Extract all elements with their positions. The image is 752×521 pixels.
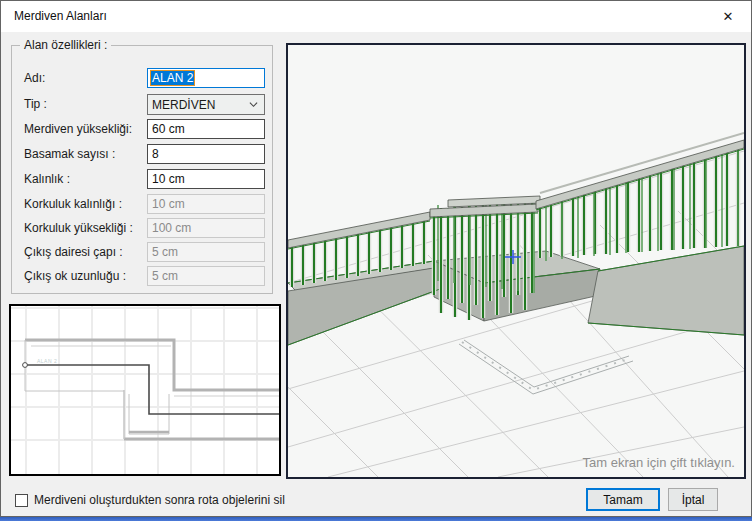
3d-preview-canvas <box>288 45 744 477</box>
step-count-input[interactable] <box>147 144 265 164</box>
exit-circle-label: Çıkış dairesi çapı : <box>24 242 123 262</box>
name-label: Adı: <box>24 68 45 88</box>
delete-route-checkbox-label: Merdiveni oluşturdukten sonra rota objel… <box>34 493 285 508</box>
type-label: Tip : <box>24 94 47 114</box>
exit-arrow-input <box>147 266 265 286</box>
thickness-label: Kalınlık : <box>24 169 70 189</box>
dialog-title: Merdiven Alanları <box>14 1 107 32</box>
background-window-edge <box>0 517 752 521</box>
ok-button[interactable]: Tamam <box>586 488 660 511</box>
step-count-label: Basamak sayısı : <box>24 144 115 164</box>
group-title: Alan özellikleri : <box>20 38 111 52</box>
chevron-down-icon <box>249 100 258 109</box>
name-input[interactable]: ALAN 2 <box>147 68 265 88</box>
plan-start-label: ALAN 2 <box>37 358 57 364</box>
close-button[interactable]: ✕ <box>705 1 751 32</box>
plan-preview-canvas <box>11 306 279 474</box>
ok-button-label: Tamam <box>603 493 642 507</box>
selected-text: ALAN 2 <box>151 71 194 85</box>
exit-circle-input <box>147 242 265 262</box>
3d-preview-panel[interactable]: Tam ekran için çift tıklayın. <box>286 43 746 479</box>
delete-route-checkbox[interactable] <box>15 494 28 507</box>
stair-height-label: Merdiven yüksekliği: <box>24 119 132 139</box>
thickness-input[interactable] <box>147 169 265 189</box>
cancel-button[interactable]: İptal <box>668 488 718 511</box>
stair-areas-dialog: Merdiven Alanları ✕ Alan özellikleri : A… <box>0 0 752 517</box>
railing-height-input <box>147 218 265 238</box>
cancel-button-label: İptal <box>682 493 705 507</box>
railing-thickness-input <box>147 194 265 214</box>
plan-preview-panel: ALAN 2 <box>9 304 281 476</box>
railing-thickness-label: Korkuluk kalınlığı : <box>24 194 122 214</box>
type-value: MERDİVEN <box>152 98 215 112</box>
fullscreen-hint: Tam ekran için çift tıklayın. <box>583 455 735 470</box>
railing-height-label: Korkuluk yüksekliği : <box>24 218 133 238</box>
exit-arrow-label: Çıkış ok uzunluğu : <box>24 266 126 286</box>
title-bar[interactable]: Merdiven Alanları ✕ <box>1 1 751 32</box>
stair-height-input[interactable] <box>147 119 265 139</box>
area-properties-group: Alan özellikleri : Adı: ALAN 2 Tip : MER… <box>11 45 273 294</box>
type-dropdown[interactable]: MERDİVEN <box>147 94 265 115</box>
close-icon: ✕ <box>723 9 734 24</box>
